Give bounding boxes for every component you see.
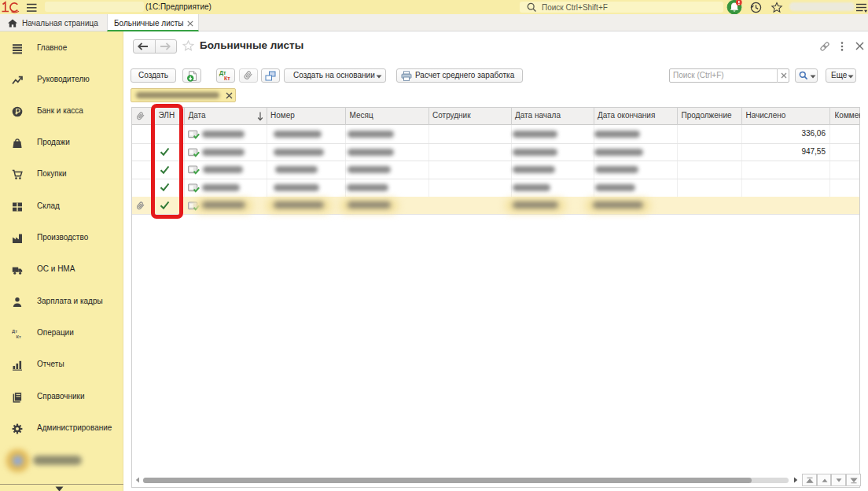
svg-text:Дт: Дт [12,329,17,334]
svg-text:Кт: Кт [17,334,22,339]
